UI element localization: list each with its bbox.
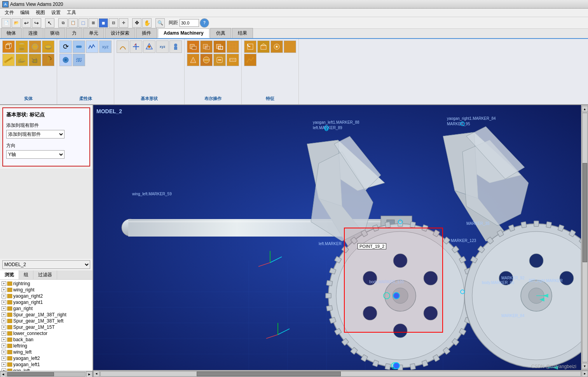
viewport-hscroll[interactable]: ◄ ► (93, 370, 588, 377)
icon-flex5[interactable] (59, 54, 72, 66)
icon-bool3[interactable] (213, 40, 226, 53)
toggle-wing-left[interactable]: + (2, 350, 6, 354)
tab-drive[interactable]: 驱动 (44, 28, 65, 38)
icon-sphere[interactable] (29, 40, 41, 53)
toggle-gan-right[interactable]: + (2, 306, 6, 311)
toolbar-hand[interactable]: ✋ (142, 18, 152, 28)
icon-bool2[interactable] (200, 40, 213, 53)
icon-bool5[interactable] (187, 54, 199, 66)
tree-item-gan-left[interactable]: + gan_left (0, 368, 92, 371)
toggle-yaogan-left2[interactable]: + (2, 356, 6, 361)
tree-item-back-ban[interactable]: + back_ban (0, 337, 92, 343)
toggle-leftring[interactable]: + (2, 344, 6, 348)
toggle-rightring[interactable]: + (2, 281, 6, 286)
toggle-lower-connector[interactable]: + (2, 331, 6, 336)
icon-flex2[interactable] (73, 40, 85, 53)
icon-flex4[interactable]: xyz (99, 40, 112, 53)
icon-feat5[interactable] (244, 54, 256, 66)
toggle-spur-15t[interactable]: + (2, 325, 6, 330)
tab-body[interactable]: 物体 (1, 28, 22, 38)
tree-item-gan-right[interactable]: + gan_right (0, 305, 92, 312)
icon-revolve[interactable] (42, 54, 54, 66)
tab-unit[interactable]: 单元 (83, 28, 104, 38)
hscroll-left[interactable]: ◄ (93, 371, 99, 377)
menu-file[interactable]: 文件 (2, 9, 17, 17)
toolbar-move[interactable]: ✥ (132, 18, 141, 28)
icon-feat4[interactable] (284, 40, 296, 53)
icon-feat2[interactable] (257, 40, 270, 53)
toolbar-undo[interactable]: ↩ (22, 18, 31, 28)
tree-item-wing-right[interactable]: + wing_right (0, 287, 92, 293)
icon-basic2[interactable] (130, 40, 142, 53)
toolbar-grid[interactable]: ⊟ (109, 18, 118, 28)
toggle-yaogan-right2[interactable]: + (2, 294, 6, 298)
add-to-select[interactable]: 添加到现有部件 (6, 130, 65, 139)
hscroll-thumb[interactable] (197, 372, 341, 376)
menu-view[interactable]: 视图 (33, 9, 48, 17)
vscroll-up[interactable]: ▲ (582, 106, 588, 112)
icon-basic4[interactable]: xyz (156, 40, 169, 53)
toggle-yaogan-left1[interactable]: + (2, 362, 6, 367)
viewport[interactable]: MODEL_2 (93, 105, 588, 377)
icon-basic5[interactable] (169, 40, 182, 53)
tree-item-leftring[interactable]: + leftring (0, 343, 92, 349)
toggle-spur-38t-right[interactable]: + (2, 312, 6, 317)
toolbar-open[interactable]: 📂 (12, 18, 21, 28)
tree-item-yaogan-right2[interactable]: + yaogan_right2 (0, 293, 92, 299)
toggle-wing-right[interactable]: + (2, 288, 6, 292)
toggle-yaogan-right1[interactable]: + (2, 300, 6, 305)
toggle-spur-38t-left[interactable]: + (2, 319, 6, 323)
icon-basic3[interactable] (143, 40, 155, 53)
icon-feat1[interactable] (244, 40, 256, 53)
viewport-vscroll[interactable]: ▲ ▼ (581, 105, 588, 370)
vscroll-down[interactable]: ▼ (582, 363, 588, 369)
icon-flex1[interactable]: ⟳ (59, 40, 72, 53)
tree-hscroll-thumb[interactable] (7, 372, 54, 376)
tree-item-yaogan-right1[interactable]: + yaogan_right1 (0, 299, 92, 305)
tree-tab-filter[interactable]: 过滤器 (33, 270, 57, 279)
icon-arc[interactable] (117, 40, 129, 53)
toolbar-copy[interactable]: ⧉ (58, 18, 68, 28)
tree-item-wing-left[interactable]: + wing_left (0, 349, 92, 355)
vscroll-thumb[interactable] (583, 163, 587, 263)
menu-tools[interactable]: 工具 (64, 9, 79, 17)
icon-flex6[interactable] (73, 54, 85, 66)
toolbar-new[interactable]: 📄 (2, 18, 11, 28)
tab-result[interactable]: 结果 (232, 28, 253, 38)
icon-extrude[interactable] (29, 54, 41, 66)
tab-force[interactable]: 力 (66, 28, 82, 38)
tab-connect[interactable]: 连接 (23, 28, 44, 38)
icon-bool4[interactable] (227, 40, 239, 53)
toolbar-select[interactable]: ↖ (45, 18, 54, 28)
tree-view[interactable]: + rightring + wing_right + yaogan_right2… (0, 280, 92, 371)
tree-scroll-right[interactable]: ► (86, 371, 92, 377)
icon-bool6[interactable] (200, 54, 213, 66)
tree-item-rightring[interactable]: + rightring (0, 281, 92, 287)
toolbar-zoom[interactable]: 🔍 (155, 18, 165, 28)
tree-tab-browse[interactable]: 浏览 (0, 270, 19, 279)
icon-bool1[interactable] (187, 40, 199, 53)
model-select[interactable]: MODEL_2 (2, 260, 90, 269)
menu-edit[interactable]: 编辑 (17, 9, 33, 17)
tree-item-spur-38t-left[interactable]: + Spur_gear_1M_38T_left (0, 318, 92, 324)
icon-cylinder[interactable] (16, 40, 28, 53)
toolbar-paste[interactable]: 📋 (68, 18, 78, 28)
tab-plugin[interactable]: 插件 (136, 28, 157, 38)
toggle-back-ban[interactable]: + (2, 337, 6, 342)
tab-simulate[interactable]: 仿真 (210, 28, 231, 38)
menu-settings[interactable]: 设置 (48, 9, 64, 17)
icon-flex3[interactable] (86, 40, 98, 53)
tree-item-yaogan-left1[interactable]: + yaogan_left1 (0, 361, 92, 368)
tree-scroll-left[interactable]: ◄ (0, 371, 6, 377)
distance-input[interactable] (180, 19, 199, 27)
toolbar-3d[interactable]: □ (79, 18, 88, 28)
tree-item-yaogan-left2[interactable]: + yaogan_left2 (0, 355, 92, 361)
toolbar-mesh[interactable]: ⊞ (89, 18, 98, 28)
tab-design[interactable]: 设计探索 (105, 28, 135, 38)
toolbar-help[interactable]: ? (200, 18, 209, 28)
tree-item-spur-15t[interactable]: + Spur_gear_1M_15T (0, 324, 92, 330)
icon-plate[interactable] (16, 54, 28, 66)
icon-link[interactable] (2, 54, 15, 66)
toolbar-joint[interactable]: ✛ (119, 18, 128, 28)
icon-torus[interactable] (42, 40, 54, 53)
